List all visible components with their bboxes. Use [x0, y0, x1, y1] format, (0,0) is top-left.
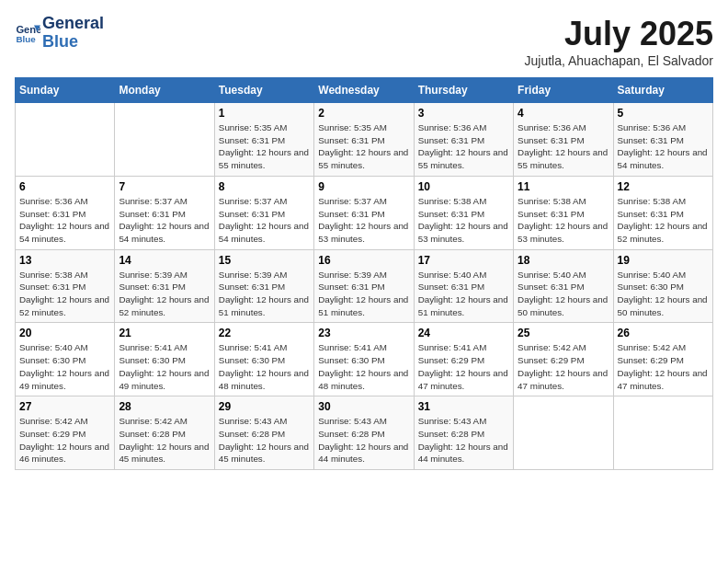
day-number: 2 [318, 107, 409, 120]
day-info: Sunrise: 5:40 AMSunset: 6:30 PMDaylight:… [19, 341, 110, 392]
day-info: Sunrise: 5:41 AMSunset: 6:30 PMDaylight:… [318, 341, 409, 392]
day-cell: 16Sunrise: 5:39 AMSunset: 6:31 PMDayligh… [314, 249, 414, 323]
header-cell-sunday: Sunday [16, 78, 115, 103]
day-cell: 14Sunrise: 5:39 AMSunset: 6:31 PMDayligh… [115, 249, 214, 323]
day-cell: 6Sunrise: 5:36 AMSunset: 6:31 PMDaylight… [16, 176, 115, 249]
day-number: 1 [219, 107, 310, 120]
day-cell [16, 103, 115, 177]
week-row-1: 1Sunrise: 5:35 AMSunset: 6:31 PMDaylight… [16, 103, 713, 177]
day-info: Sunrise: 5:42 AMSunset: 6:28 PMDaylight:… [119, 415, 210, 465]
day-info: Sunrise: 5:42 AMSunset: 6:29 PMDaylight:… [518, 341, 609, 392]
header-cell-friday: Friday [514, 78, 613, 103]
day-cell: 2Sunrise: 5:35 AMSunset: 6:31 PMDaylight… [314, 103, 414, 177]
day-info: Sunrise: 5:37 AMSunset: 6:31 PMDaylight:… [318, 195, 409, 246]
day-number: 21 [119, 327, 210, 339]
header-row: SundayMondayTuesdayWednesdayThursdayFrid… [16, 78, 713, 103]
week-row-3: 13Sunrise: 5:38 AMSunset: 6:31 PMDayligh… [16, 249, 713, 323]
day-number: 12 [618, 180, 709, 193]
day-cell [115, 103, 214, 177]
week-row-2: 6Sunrise: 5:36 AMSunset: 6:31 PMDaylight… [16, 176, 713, 249]
day-number: 19 [618, 254, 709, 267]
day-cell: 18Sunrise: 5:40 AMSunset: 6:31 PMDayligh… [514, 249, 613, 323]
day-info: Sunrise: 5:39 AMSunset: 6:31 PMDaylight:… [119, 269, 210, 319]
header-cell-wednesday: Wednesday [314, 78, 414, 103]
day-info: Sunrise: 5:43 AMSunset: 6:28 PMDaylight:… [219, 415, 310, 465]
day-number: 25 [518, 327, 609, 339]
header-cell-monday: Monday [115, 78, 214, 103]
day-info: Sunrise: 5:41 AMSunset: 6:30 PMDaylight:… [219, 341, 310, 392]
day-number: 17 [418, 254, 509, 267]
day-info: Sunrise: 5:39 AMSunset: 6:31 PMDaylight:… [318, 269, 409, 319]
week-row-4: 20Sunrise: 5:40 AMSunset: 6:30 PMDayligh… [16, 323, 713, 396]
day-cell: 5Sunrise: 5:36 AMSunset: 6:31 PMDaylight… [613, 103, 712, 177]
day-cell: 30Sunrise: 5:43 AMSunset: 6:28 PMDayligh… [314, 396, 414, 470]
header-cell-thursday: Thursday [414, 78, 513, 103]
day-cell: 28Sunrise: 5:42 AMSunset: 6:28 PMDayligh… [115, 396, 214, 470]
day-cell: 22Sunrise: 5:41 AMSunset: 6:30 PMDayligh… [214, 323, 313, 396]
month-title: July 2025 [525, 15, 713, 53]
header-cell-tuesday: Tuesday [214, 78, 313, 103]
day-cell: 7Sunrise: 5:37 AMSunset: 6:31 PMDaylight… [115, 176, 214, 249]
day-number: 7 [119, 180, 210, 193]
day-number: 16 [318, 254, 409, 267]
day-number: 24 [418, 327, 509, 339]
day-number: 30 [318, 400, 409, 413]
day-cell: 24Sunrise: 5:41 AMSunset: 6:29 PMDayligh… [414, 323, 513, 396]
day-info: Sunrise: 5:39 AMSunset: 6:31 PMDaylight:… [219, 269, 310, 319]
logo-text: General Blue [42, 15, 104, 52]
day-info: Sunrise: 5:42 AMSunset: 6:29 PMDaylight:… [618, 341, 709, 392]
logo: General Blue General Blue [15, 15, 104, 52]
day-info: Sunrise: 5:37 AMSunset: 6:31 PMDaylight:… [119, 195, 210, 246]
day-info: Sunrise: 5:37 AMSunset: 6:31 PMDaylight:… [219, 195, 310, 246]
day-number: 31 [418, 400, 509, 413]
day-info: Sunrise: 5:40 AMSunset: 6:31 PMDaylight:… [418, 269, 509, 319]
day-info: Sunrise: 5:35 AMSunset: 6:31 PMDaylight:… [219, 121, 310, 172]
day-info: Sunrise: 5:40 AMSunset: 6:30 PMDaylight:… [618, 269, 709, 319]
day-number: 4 [518, 107, 609, 120]
day-cell: 3Sunrise: 5:36 AMSunset: 6:31 PMDaylight… [414, 103, 513, 177]
day-number: 13 [19, 254, 110, 267]
day-cell: 13Sunrise: 5:38 AMSunset: 6:31 PMDayligh… [16, 249, 115, 323]
day-cell: 11Sunrise: 5:38 AMSunset: 6:31 PMDayligh… [514, 176, 613, 249]
day-cell [613, 396, 712, 470]
day-cell: 17Sunrise: 5:40 AMSunset: 6:31 PMDayligh… [414, 249, 513, 323]
day-cell: 4Sunrise: 5:36 AMSunset: 6:31 PMDaylight… [514, 103, 613, 177]
day-cell: 21Sunrise: 5:41 AMSunset: 6:30 PMDayligh… [115, 323, 214, 396]
day-number: 22 [219, 327, 310, 339]
day-cell: 20Sunrise: 5:40 AMSunset: 6:30 PMDayligh… [16, 323, 115, 396]
day-info: Sunrise: 5:38 AMSunset: 6:31 PMDaylight:… [618, 195, 709, 246]
day-number: 20 [19, 327, 110, 339]
day-info: Sunrise: 5:36 AMSunset: 6:31 PMDaylight:… [618, 121, 709, 172]
day-number: 29 [219, 400, 310, 413]
day-number: 27 [19, 400, 110, 413]
day-info: Sunrise: 5:41 AMSunset: 6:29 PMDaylight:… [418, 341, 509, 392]
day-info: Sunrise: 5:36 AMSunset: 6:31 PMDaylight:… [418, 121, 509, 172]
day-number: 6 [19, 180, 110, 193]
day-number: 26 [618, 327, 709, 339]
logo-icon: General Blue [15, 20, 40, 46]
day-info: Sunrise: 5:43 AMSunset: 6:28 PMDaylight:… [318, 415, 409, 465]
day-cell: 10Sunrise: 5:38 AMSunset: 6:31 PMDayligh… [414, 176, 513, 249]
day-cell: 23Sunrise: 5:41 AMSunset: 6:30 PMDayligh… [314, 323, 414, 396]
day-number: 9 [318, 180, 409, 193]
day-number: 18 [518, 254, 609, 267]
day-info: Sunrise: 5:35 AMSunset: 6:31 PMDaylight:… [318, 121, 409, 172]
day-number: 8 [219, 180, 310, 193]
day-info: Sunrise: 5:41 AMSunset: 6:30 PMDaylight:… [119, 341, 210, 392]
day-cell: 9Sunrise: 5:37 AMSunset: 6:31 PMDaylight… [314, 176, 414, 249]
day-info: Sunrise: 5:40 AMSunset: 6:31 PMDaylight:… [518, 269, 609, 319]
title-block: July 2025 Jujutla, Ahuachapan, El Salvad… [525, 15, 713, 68]
calendar-table: SundayMondayTuesdayWednesdayThursdayFrid… [15, 77, 713, 470]
day-number: 28 [119, 400, 210, 413]
header-cell-saturday: Saturday [613, 78, 712, 103]
page-header: General Blue General Blue July 2025 Juju… [15, 15, 713, 68]
day-cell [514, 396, 613, 470]
day-cell: 1Sunrise: 5:35 AMSunset: 6:31 PMDaylight… [214, 103, 313, 177]
day-cell: 19Sunrise: 5:40 AMSunset: 6:30 PMDayligh… [613, 249, 712, 323]
day-cell: 25Sunrise: 5:42 AMSunset: 6:29 PMDayligh… [514, 323, 613, 396]
day-number: 15 [219, 254, 310, 267]
day-cell: 29Sunrise: 5:43 AMSunset: 6:28 PMDayligh… [214, 396, 313, 470]
day-info: Sunrise: 5:36 AMSunset: 6:31 PMDaylight:… [518, 121, 609, 172]
day-cell: 8Sunrise: 5:37 AMSunset: 6:31 PMDaylight… [214, 176, 313, 249]
day-info: Sunrise: 5:38 AMSunset: 6:31 PMDaylight:… [418, 195, 509, 246]
